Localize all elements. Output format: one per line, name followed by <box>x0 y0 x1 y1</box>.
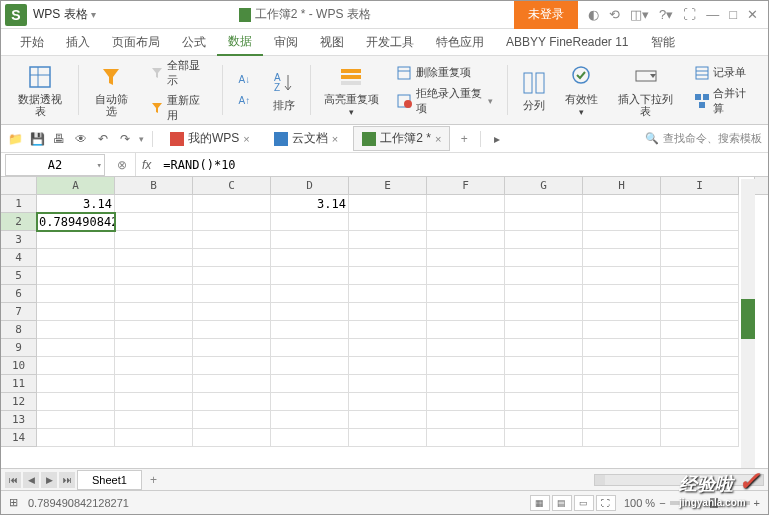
row-header-7[interactable]: 7 <box>1 303 37 321</box>
row-header-6[interactable]: 6 <box>1 285 37 303</box>
cell-H4[interactable] <box>583 249 661 267</box>
menu-开始[interactable]: 开始 <box>9 30 55 55</box>
cell-I2[interactable] <box>661 213 739 231</box>
cell-B13[interactable] <box>115 411 193 429</box>
cell-I3[interactable] <box>661 231 739 249</box>
cell-A7[interactable] <box>37 303 115 321</box>
scrollbar-thumb[interactable] <box>741 299 755 339</box>
qat-dropdown[interactable]: ▾ <box>139 134 144 144</box>
cell-I12[interactable] <box>661 393 739 411</box>
highlight-dup-button[interactable]: 高亮重复项▾ <box>317 61 385 120</box>
cell-D2[interactable] <box>271 213 349 231</box>
sort-asc-button[interactable]: A↓ <box>232 70 256 90</box>
show-all-button[interactable]: 全部显示 <box>146 56 212 90</box>
menu-数据[interactable]: 数据 <box>217 29 263 56</box>
col-header-C[interactable]: C <box>193 177 271 195</box>
cell-F2[interactable] <box>427 213 505 231</box>
sheet-prev-icon[interactable]: ◀ <box>23 472 39 488</box>
cell-G7[interactable] <box>505 303 583 321</box>
menu-ABBYY FineReader 11[interactable]: ABBYY FineReader 11 <box>495 31 640 53</box>
cell-D12[interactable] <box>271 393 349 411</box>
zoom-level[interactable]: 100 % <box>624 497 655 509</box>
cell-D13[interactable] <box>271 411 349 429</box>
menu-开发工具[interactable]: 开发工具 <box>355 30 425 55</box>
close-tab-icon[interactable]: × <box>435 133 441 145</box>
cell-C11[interactable] <box>193 375 271 393</box>
remove-dup-button[interactable]: 删除重复项 <box>393 63 497 83</box>
cell-B3[interactable] <box>115 231 193 249</box>
row-header-3[interactable]: 3 <box>1 231 37 249</box>
cell-H3[interactable] <box>583 231 661 249</box>
cell-G3[interactable] <box>505 231 583 249</box>
fx-icon[interactable]: fx <box>136 158 157 172</box>
cell-B12[interactable] <box>115 393 193 411</box>
row-header-14[interactable]: 14 <box>1 429 37 447</box>
ribbon-toggle-icon[interactable]: ⛶ <box>683 7 696 22</box>
cell-E4[interactable] <box>349 249 427 267</box>
print-icon[interactable]: 🖶 <box>51 131 67 147</box>
fullscreen-view-icon[interactable]: ⛶ <box>596 495 616 511</box>
cell-F13[interactable] <box>427 411 505 429</box>
cell-F3[interactable] <box>427 231 505 249</box>
cell-A8[interactable] <box>37 321 115 339</box>
cell-I11[interactable] <box>661 375 739 393</box>
cell-H14[interactable] <box>583 429 661 447</box>
col-scroll-right[interactable] <box>754 177 768 195</box>
cell-H12[interactable] <box>583 393 661 411</box>
cell-C12[interactable] <box>193 393 271 411</box>
menu-智能[interactable]: 智能 <box>640 30 686 55</box>
cell-I14[interactable] <box>661 429 739 447</box>
cell-F1[interactable] <box>427 195 505 213</box>
menu-特色应用[interactable]: 特色应用 <box>425 30 495 55</box>
cell-E6[interactable] <box>349 285 427 303</box>
col-header-F[interactable]: F <box>427 177 505 195</box>
cell-G6[interactable] <box>505 285 583 303</box>
cell-F7[interactable] <box>427 303 505 321</box>
cell-C2[interactable] <box>193 213 271 231</box>
menu-插入[interactable]: 插入 <box>55 30 101 55</box>
cell-H5[interactable] <box>583 267 661 285</box>
minimize-icon[interactable]: — <box>706 7 719 22</box>
normal-view-icon[interactable]: ▦ <box>530 495 550 511</box>
cell-G4[interactable] <box>505 249 583 267</box>
cell-mode-icon[interactable]: ⊞ <box>9 496 18 509</box>
row-header-9[interactable]: 9 <box>1 339 37 357</box>
menu-公式[interactable]: 公式 <box>171 30 217 55</box>
cell-F14[interactable] <box>427 429 505 447</box>
cell-A9[interactable] <box>37 339 115 357</box>
text-to-columns-button[interactable]: 分列 <box>514 67 554 113</box>
cell-D4[interactable] <box>271 249 349 267</box>
cell-D5[interactable] <box>271 267 349 285</box>
sheet-first-icon[interactable]: ⏮ <box>5 472 21 488</box>
consolidate-button[interactable]: 合并计算 <box>690 84 756 118</box>
cell-B6[interactable] <box>115 285 193 303</box>
reapply-button[interactable]: 重新应用 <box>146 91 212 125</box>
cell-E8[interactable] <box>349 321 427 339</box>
row-header-4[interactable]: 4 <box>1 249 37 267</box>
command-search[interactable]: 🔍 查找命令、搜索模板 <box>645 131 762 146</box>
name-box[interactable]: A2 ▾ <box>5 154 105 176</box>
cell-I7[interactable] <box>661 303 739 321</box>
sheet-last-icon[interactable]: ⏭ <box>59 472 75 488</box>
close-tab-icon[interactable]: × <box>243 133 249 145</box>
cell-G10[interactable] <box>505 357 583 375</box>
cancel-formula-icon[interactable]: ⊗ <box>117 158 127 172</box>
cell-F9[interactable] <box>427 339 505 357</box>
col-header-B[interactable]: B <box>115 177 193 195</box>
col-header-E[interactable]: E <box>349 177 427 195</box>
preview-icon[interactable]: 👁 <box>73 131 89 147</box>
cell-A12[interactable] <box>37 393 115 411</box>
close-tab-icon[interactable]: × <box>332 133 338 145</box>
insert-dropdown-button[interactable]: 插入下拉列表 <box>609 61 682 119</box>
cell-B7[interactable] <box>115 303 193 321</box>
col-header-D[interactable]: D <box>271 177 349 195</box>
cell-E10[interactable] <box>349 357 427 375</box>
cell-H2[interactable] <box>583 213 661 231</box>
redo-icon[interactable]: ↷ <box>117 131 133 147</box>
reading-view-icon[interactable]: ▭ <box>574 495 594 511</box>
cell-G9[interactable] <box>505 339 583 357</box>
cell-C8[interactable] <box>193 321 271 339</box>
cell-A2[interactable]: 0.789490842 <box>37 213 115 231</box>
page-view-icon[interactable]: ▤ <box>552 495 572 511</box>
cell-A14[interactable] <box>37 429 115 447</box>
